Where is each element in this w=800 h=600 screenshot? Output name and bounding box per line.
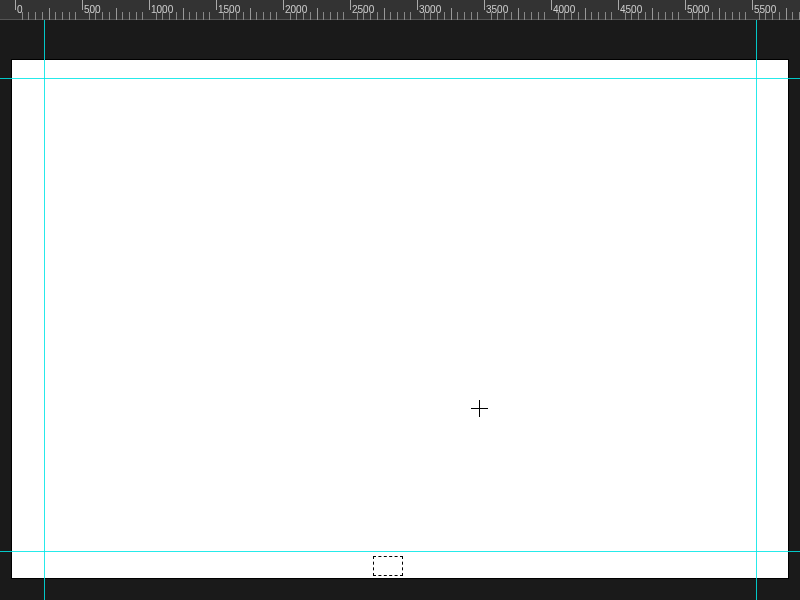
ruler-tick-major (417, 0, 418, 10)
ruler-tick-minor (772, 12, 773, 20)
ruler-tick-minor (430, 12, 431, 20)
ruler-tick-minor (410, 12, 411, 20)
ruler-tick-minor (759, 12, 760, 20)
guide-vertical[interactable] (44, 20, 45, 600)
ruler-tick-minor (544, 12, 545, 20)
ruler-tick-major (149, 0, 150, 10)
guide-horizontal[interactable] (0, 551, 800, 552)
ruler-tick-major (350, 0, 351, 10)
ruler-tick-minor (652, 8, 653, 20)
ruler-tick-minor (631, 12, 632, 20)
ruler-tick-major (618, 0, 619, 10)
ruler-tick-minor (203, 12, 204, 20)
ruler-tick-minor (370, 12, 371, 20)
ruler-tick-minor (698, 12, 699, 20)
ruler-tick-minor (424, 12, 425, 20)
ruler-tick-minor (598, 12, 599, 20)
ruler-tick-minor (725, 12, 726, 20)
ruler-tick-minor (95, 12, 96, 20)
ruler-tick-minor (451, 8, 452, 20)
ruler-tick-minor (765, 12, 766, 20)
ruler-tick-minor (317, 8, 318, 20)
ruler-tick-minor (645, 12, 646, 20)
canvas-viewport[interactable] (0, 20, 800, 600)
ruler-tick-minor (591, 12, 592, 20)
ruler-tick-minor (538, 12, 539, 20)
ruler-tick-minor (564, 12, 565, 20)
ruler-tick-minor (129, 12, 130, 20)
ruler-tick-minor (504, 12, 505, 20)
ruler-tick-major (82, 0, 83, 10)
ruler-tick-major (752, 0, 753, 10)
ruler-tick-minor (605, 12, 606, 20)
ruler-tick-minor (531, 12, 532, 20)
ruler-tick-minor (236, 12, 237, 20)
ruler-tick-minor (638, 12, 639, 20)
ruler-tick-minor (390, 12, 391, 20)
ruler-tick-minor (518, 8, 519, 20)
ruler-tick-minor (196, 12, 197, 20)
ruler-tick-minor (330, 12, 331, 20)
ruler-tick-minor (745, 12, 746, 20)
ruler-tick-minor (497, 12, 498, 20)
ruler-tick-minor (384, 8, 385, 20)
ruler-tick-minor (183, 8, 184, 20)
ruler-tick-minor (625, 12, 626, 20)
ruler-tick-minor (263, 12, 264, 20)
ruler-tick-minor (705, 12, 706, 20)
guide-vertical[interactable] (756, 20, 757, 600)
ruler-tick-minor (571, 12, 572, 20)
ruler-tick-minor (323, 12, 324, 20)
ruler-tick-minor (35, 12, 36, 20)
ruler-tick-minor (779, 12, 780, 20)
ruler-tick-minor (49, 8, 50, 20)
ruler-tick-minor (42, 12, 43, 20)
ruler-tick-minor (511, 12, 512, 20)
ruler-tick-major (216, 0, 217, 10)
ruler-tick-minor (457, 12, 458, 20)
ruler-tick-minor (290, 12, 291, 20)
ruler-tick-minor (256, 12, 257, 20)
ruler-tick-minor (223, 12, 224, 20)
ruler-tick-minor (62, 12, 63, 20)
ruler-tick-minor (692, 12, 693, 20)
ruler-tick-major (551, 0, 552, 10)
ruler-tick-minor (209, 12, 210, 20)
ruler-tick-minor (732, 12, 733, 20)
guide-horizontal[interactable] (0, 78, 800, 79)
ruler-tick-minor (578, 12, 579, 20)
ruler-tick-minor (377, 12, 378, 20)
ruler-tick-minor (243, 12, 244, 20)
ruler-tick-minor (524, 12, 525, 20)
ruler-tick-minor (276, 12, 277, 20)
ruler-tick-minor (122, 12, 123, 20)
ruler-tick-minor (270, 12, 271, 20)
document-canvas[interactable] (12, 60, 788, 578)
ruler-tick-minor (75, 12, 76, 20)
ruler-tick-minor (611, 12, 612, 20)
ruler-tick-minor (343, 12, 344, 20)
ruler-tick-minor (672, 12, 673, 20)
ruler-tick-minor (69, 12, 70, 20)
ruler-tick-minor (229, 12, 230, 20)
ruler-tick-minor (712, 12, 713, 20)
ruler-tick-minor (464, 12, 465, 20)
ruler-tick-minor (357, 12, 358, 20)
ruler-tick-minor (89, 12, 90, 20)
ruler-tick-minor (444, 12, 445, 20)
ruler-tick-minor (471, 12, 472, 20)
ruler-tick-minor (250, 8, 251, 20)
ruler-tick-minor (303, 12, 304, 20)
ruler-tick-minor (739, 12, 740, 20)
ruler-tick-minor (156, 12, 157, 20)
ruler-tick-minor (491, 12, 492, 20)
ruler-tick-minor (363, 12, 364, 20)
ruler-tick-minor (337, 12, 338, 20)
horizontal-ruler[interactable]: 0500100015002000250030003500400045005000… (0, 0, 800, 20)
selection-marquee[interactable] (373, 556, 403, 576)
ruler-tick-minor (28, 12, 29, 20)
ruler-tick-minor (55, 12, 56, 20)
ruler-tick-minor (678, 12, 679, 20)
ruler-tick-major (685, 0, 686, 10)
ruler-label: 500 (84, 4, 101, 15)
